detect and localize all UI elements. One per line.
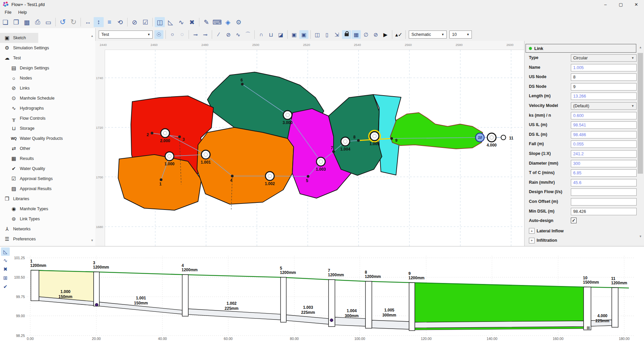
sidebar-item-manhole-types[interactable]: ◉Manhole Types bbox=[0, 204, 89, 214]
sidebar-item-approval-settings[interactable]: ☑Approval Settings bbox=[0, 174, 89, 184]
text-size-select[interactable]: 10▼ bbox=[449, 31, 472, 39]
sidebar-item-nodes[interactable]: ○Nodes bbox=[0, 73, 89, 83]
profile-manhole-1[interactable] bbox=[31, 270, 39, 301]
add-curve-icon[interactable]: ∿ bbox=[234, 30, 243, 39]
scrollbar-thumb[interactable] bbox=[638, 53, 643, 174]
t-of-c-mins--input[interactable]: 6.85 bbox=[571, 169, 637, 177]
manhole-3.000[interactable] bbox=[283, 111, 292, 119]
expand-plus-icon[interactable]: + bbox=[529, 228, 535, 234]
profile-manhole-5[interactable] bbox=[281, 277, 286, 322]
node-dot-7[interactable] bbox=[332, 150, 335, 153]
open-file-icon[interactable]: ❐ bbox=[11, 17, 21, 27]
profile-long-section-icon[interactable]: ◺ bbox=[1, 247, 10, 256]
edit-manhole-icon[interactable]: ◌ bbox=[178, 30, 187, 39]
keyboard-icon[interactable]: ⌨ bbox=[212, 17, 222, 27]
us-il-m--input[interactable]: 98.541 bbox=[571, 121, 637, 129]
sidebar-item-hydrographs[interactable]: ∿Hydrographs bbox=[0, 103, 89, 113]
delete-trash-icon[interactable]: ▯ bbox=[323, 30, 332, 39]
profile-split-icon[interactable]: ✖ bbox=[1, 265, 10, 273]
con-offset-m--input[interactable] bbox=[571, 198, 637, 206]
sidebar-item-storage[interactable]: ⊔Storage bbox=[0, 123, 89, 133]
scroll-up-icon[interactable]: ▲ bbox=[89, 34, 95, 40]
sidebar-item-link-types[interactable]: ⊜Link Types bbox=[0, 214, 89, 224]
grid-icon[interactable]: ▦ bbox=[352, 30, 361, 39]
split-network-icon[interactable]: ✖ bbox=[187, 17, 197, 27]
profile-pipe-1.005[interactable] bbox=[372, 320, 409, 329]
settings-gear-icon[interactable]: ⚙ bbox=[234, 17, 244, 27]
sidebar-item-simulation-settings[interactable]: ⚙Simulation Settings bbox=[0, 43, 89, 53]
manhole-2.000[interactable] bbox=[161, 129, 169, 137]
add-manhole-icon[interactable]: ○ bbox=[168, 30, 177, 39]
wq-validate-icon[interactable]: ▴✓ bbox=[394, 30, 403, 39]
node-dot-9[interactable] bbox=[390, 137, 393, 140]
manhole-1.001[interactable] bbox=[201, 150, 210, 159]
sidebar-item-water-quality-products[interactable]: WQWater Quality Products bbox=[0, 133, 89, 144]
run-play-icon[interactable]: ▶ bbox=[381, 30, 390, 39]
page-setup-icon[interactable]: ▭ bbox=[43, 17, 53, 27]
profile-manhole-11[interactable] bbox=[612, 288, 618, 327]
profile-manhole-4[interactable] bbox=[182, 275, 188, 316]
manhole-4.000[interactable] bbox=[487, 133, 496, 142]
manhole-1.000[interactable] bbox=[165, 152, 174, 161]
outfall-node-11[interactable] bbox=[501, 135, 506, 140]
profile-manhole-10[interactable] bbox=[584, 287, 591, 330]
panel-scrollbar[interactable]: ▲ ▼ bbox=[637, 41, 644, 246]
profile-pipe-1.004[interactable] bbox=[335, 317, 365, 326]
view-mode-select[interactable]: Schematic▼ bbox=[409, 31, 447, 39]
ds-node-input[interactable]: 9 bbox=[571, 83, 637, 91]
annotate-pen-icon[interactable]: ✎ bbox=[201, 17, 211, 27]
sidebar-item-approval-results[interactable]: ▨Approval Results bbox=[0, 184, 89, 194]
sidebar-item-preferences[interactable]: ☰Preferences bbox=[0, 234, 89, 244]
name-input[interactable]: 1.005 bbox=[571, 64, 637, 71]
import-image-icon[interactable]: ▣ bbox=[290, 30, 299, 39]
ks-mm-n-input[interactable]: 0.600 bbox=[571, 112, 637, 119]
save-icon[interactable]: ▦ bbox=[22, 17, 32, 27]
network-select[interactable]: Test▼ bbox=[99, 31, 153, 39]
scroll-down-icon[interactable]: ▼ bbox=[89, 239, 95, 244]
print-icon[interactable]: ⎙ bbox=[33, 17, 43, 27]
highlight-bulb-icon[interactable]: ☉ bbox=[154, 30, 163, 39]
manhole-1.002[interactable] bbox=[265, 172, 274, 180]
sidebar-item-flow-controls[interactable]: ╥Flow Controls bbox=[0, 113, 89, 123]
rain-mm-hr--input[interactable]: 45.6 bbox=[571, 179, 637, 186]
add-polyline-icon[interactable]: ⌒ bbox=[243, 30, 252, 39]
reverse-link-icon[interactable]: ⟲ bbox=[115, 17, 125, 27]
menu-file[interactable]: File bbox=[1, 10, 15, 15]
add-pipe-icon[interactable]: ⊘ bbox=[224, 30, 233, 39]
node-dot-3[interactable] bbox=[178, 135, 181, 138]
validate-info-icon[interactable]: ☑ bbox=[140, 17, 150, 27]
sidebar-item-other[interactable]: ⇄Other bbox=[0, 144, 89, 154]
scroll-up-icon[interactable]: ▲ bbox=[638, 46, 643, 51]
expand-plus-icon[interactable]: + bbox=[529, 238, 535, 243]
add-line-icon[interactable]: ∕ bbox=[214, 30, 223, 39]
node-dot-6[interactable] bbox=[241, 83, 244, 86]
profile-pipe-link[interactable] bbox=[415, 321, 584, 328]
pipe-3d-icon[interactable]: ⊘ bbox=[130, 17, 140, 27]
view-3d-box-icon[interactable]: ◈ bbox=[223, 17, 233, 27]
close-button[interactable]: ✕ bbox=[629, 0, 644, 9]
sidebar-item-test[interactable]: ☁Test bbox=[0, 53, 89, 63]
undo-icon[interactable]: ↺ bbox=[58, 17, 68, 27]
ds-il-m--input[interactable]: 98.486 bbox=[571, 131, 637, 138]
lock-image-icon[interactable]: ▣ bbox=[299, 30, 308, 39]
redo-icon[interactable]: ↻ bbox=[68, 17, 79, 27]
us-node-input[interactable]: 8 bbox=[571, 73, 637, 81]
velocity-model-select[interactable]: (Default)▼ bbox=[571, 102, 637, 110]
profile-manhole-9[interactable] bbox=[409, 283, 415, 331]
manhole-1.005[interactable] bbox=[370, 132, 379, 140]
scroll-down-icon[interactable]: ▼ bbox=[638, 235, 643, 240]
profile-manhole-8[interactable] bbox=[365, 281, 372, 328]
node-dot-8[interactable] bbox=[357, 139, 360, 142]
node-dot-4[interactable] bbox=[231, 175, 234, 177]
node-dot-5[interactable] bbox=[307, 175, 309, 178]
hide-links-icon[interactable]: ⊘ bbox=[371, 30, 380, 39]
long-section-icon[interactable]: ◺ bbox=[165, 17, 176, 27]
manhole-1.003[interactable] bbox=[316, 157, 325, 166]
profile-wq-icon[interactable]: ✔ bbox=[1, 282, 10, 291]
schedule-list-icon[interactable]: ≡ bbox=[104, 17, 114, 27]
window-layout-icon[interactable]: ◫ bbox=[155, 17, 165, 27]
copy-shapes-icon[interactable]: ◫ bbox=[313, 30, 322, 39]
hide-storage-icon[interactable]: ∅ bbox=[361, 30, 370, 39]
measure-vertical-icon[interactable]: ↕ bbox=[94, 17, 104, 27]
maximize-button[interactable]: ▢ bbox=[613, 0, 629, 9]
